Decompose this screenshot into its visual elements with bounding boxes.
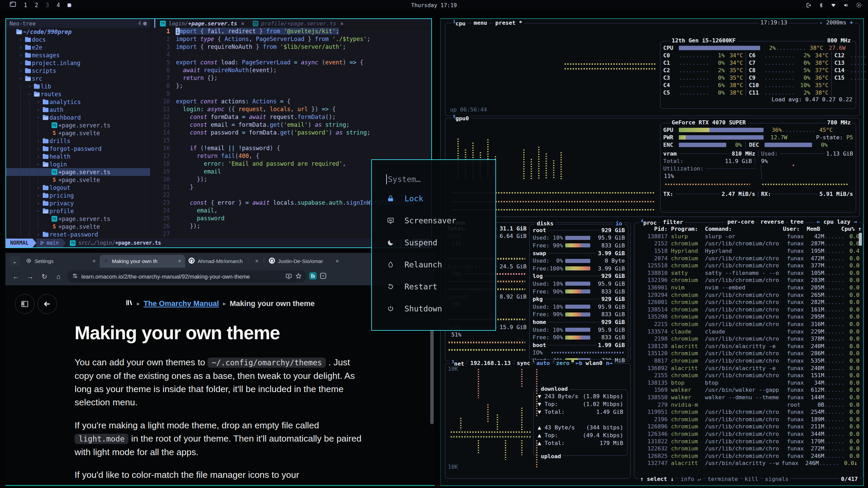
disks-title[interactable]: disks bbox=[535, 220, 555, 227]
proc-row-126896[interactable]: 126896chromium/usr/lib/chromium/chrofuna… bbox=[634, 423, 863, 430]
scrollbar-thumb[interactable] bbox=[430, 329, 434, 424]
proc-row-126346[interactable]: 126346chromium/usr/lib/chromium/chrofuna… bbox=[634, 430, 863, 438]
address-bar[interactable]: learn.omacom.io/2/the-omarchy-manual/92/… bbox=[67, 270, 307, 283]
proc-row-135298[interactable]: 135298chromium/usr/lib/chromium/chrofuna… bbox=[634, 313, 863, 321]
workspace-4[interactable]: 4 bbox=[57, 2, 60, 8]
site-settings-icon[interactable] bbox=[72, 273, 78, 280]
browser-tab-settings[interactable]: Settings× bbox=[22, 255, 100, 268]
tree-item-privacy[interactable]: ›privacy bbox=[6, 199, 150, 207]
net-sync[interactable]: sync bbox=[515, 360, 532, 366]
proc-tree[interactable]: tree bbox=[788, 219, 805, 225]
proc-row-8817[interactable]: 8817chromium/usr/lib/chromium/chrofunax5… bbox=[634, 357, 863, 365]
proc-filter[interactable]: filter bbox=[661, 219, 685, 225]
btop-menu-button[interactable]: menu bbox=[472, 20, 489, 26]
close-icon[interactable]: × bbox=[177, 258, 182, 264]
proc-per-core[interactable]: per-core bbox=[726, 219, 756, 225]
special-workspace-dot[interactable] bbox=[67, 3, 71, 7]
tree-item-docs[interactable]: ›docs bbox=[6, 36, 150, 43]
close-icon[interactable]: × bbox=[92, 258, 96, 264]
gpu-panel-title[interactable]: 5gpu0 bbox=[451, 114, 471, 122]
browser-tab-justin-de-sio-omar[interactable]: Justin-De-Sio/omar× bbox=[265, 255, 343, 268]
proc-row-279[interactable]: 279nvidia-mroot0B.........0.0 bbox=[634, 401, 863, 408]
send-to-device-icon[interactable] bbox=[285, 273, 292, 281]
btop-preset-button[interactable]: preset * bbox=[494, 20, 524, 26]
menu-item-shutdown[interactable]: Shutdown bbox=[386, 301, 442, 316]
tree-item--page-svelte[interactable]: S+page.svelte bbox=[6, 176, 150, 184]
tree-item--page-svelte[interactable]: S+page.svelte bbox=[6, 129, 150, 137]
tree-item-reset-password[interactable]: ›reset-password bbox=[6, 230, 150, 238]
proc-row-133574[interactable]: 133574claudeclaudefunax229M.........0.0 bbox=[634, 328, 863, 335]
back-button[interactable]: ← bbox=[10, 271, 22, 282]
proc-row-138128[interactable]: 138128alacritt/usr/bin/alacritty -efunax… bbox=[634, 343, 863, 350]
tree-item-logout[interactable]: ›logout bbox=[6, 184, 150, 191]
tree-item-messages[interactable]: ›messages bbox=[6, 51, 150, 59]
tab-profile-page-server[interactable]: TS profile/+page.server.ts × bbox=[249, 19, 348, 28]
net-interface[interactable]: ←b wlan0 n→ bbox=[574, 360, 614, 366]
logout-icon[interactable] bbox=[805, 2, 812, 8]
proc-row-2198[interactable]: 2198chromium/usr/lib/chromium/chrofunax3… bbox=[634, 335, 863, 343]
proc-row-138550[interactable]: 138550walkerwalker --dmenu --themefunax1… bbox=[634, 394, 863, 401]
volume-icon[interactable] bbox=[843, 2, 849, 8]
tree-item--page-server-ts[interactable]: TS+page.server.ts bbox=[6, 168, 150, 176]
tree-item-profile[interactable]: ›profile bbox=[6, 207, 150, 215]
bluetooth-icon[interactable] bbox=[818, 2, 824, 8]
tree-item-routes[interactable]: ›routes bbox=[6, 90, 150, 98]
proc-row-132747[interactable]: 132747alacritt/usr/bin/alacritty --wfuna… bbox=[634, 460, 863, 467]
forward-button[interactable]: → bbox=[24, 271, 36, 282]
tree-item-health[interactable]: ›health bbox=[6, 152, 150, 160]
workspace-3[interactable]: 3 bbox=[46, 2, 49, 8]
proc-row-129294[interactable]: 129294chromium/usr/lib/chromium/chrofuna… bbox=[634, 291, 863, 299]
proc-select[interactable]: ↑ select ↓ bbox=[638, 476, 675, 482]
cpu-panel-title[interactable]: 1cpu bbox=[451, 19, 467, 27]
menu-item-lock[interactable]: Lock bbox=[386, 191, 423, 206]
tree-item-login[interactable]: ›login bbox=[6, 160, 150, 168]
proc-row-138135[interactable]: 138135btopbtopfunax34M.........0.0 bbox=[634, 379, 863, 386]
browser-tab-making-your-own-th[interactable]: Making your own th× bbox=[100, 255, 185, 268]
tree-item-project-inlang[interactable]: ›project.inlang bbox=[6, 59, 150, 67]
close-icon[interactable]: × bbox=[335, 258, 339, 264]
wifi-icon[interactable] bbox=[830, 2, 836, 8]
proc-kill[interactable]: kill bbox=[743, 476, 760, 482]
tree-item-dashboard[interactable]: ›dashboard bbox=[6, 114, 150, 121]
tree-item-e2e[interactable]: ›e2e bbox=[6, 43, 150, 51]
extension-icon-2[interactable] bbox=[319, 272, 327, 281]
proc-row-122632[interactable]: 122632chromium/usr/lib/chromium/chrofuna… bbox=[634, 445, 863, 452]
tab-login-page-server[interactable]: TS login/+page.server.ts × bbox=[150, 19, 249, 28]
proc-row-2155[interactable]: 2155chromium/usr/lib/chromium/chrofunax1… bbox=[634, 372, 863, 379]
tree-item--page-svelte[interactable]: S+page.svelte bbox=[6, 223, 150, 230]
proc-row-135120[interactable]: 135120chromium/usr/lib/chromium/chrofuna… bbox=[634, 350, 863, 357]
proc-row-2074[interactable]: 2074chromium/usr/lib/chromium/chrofunax4… bbox=[634, 255, 863, 262]
tree-item--code-990prep[interactable]: ~/code/990prep bbox=[6, 28, 150, 36]
menu-item-relaunch[interactable]: Relaunch bbox=[386, 257, 442, 272]
close-icon[interactable]: × bbox=[255, 258, 259, 264]
menu-item-screensaver[interactable]: Screensaver bbox=[386, 213, 456, 228]
proc-row-125518[interactable]: 125518chromium/usr/lib/chromium/chrofuna… bbox=[634, 262, 863, 269]
reload-button[interactable]: ↻ bbox=[39, 271, 50, 282]
browser-tab-ahmad-mtr-omarch[interactable]: Ahmad-Mtr/omarch× bbox=[185, 255, 262, 268]
proc-row-1518[interactable]: 1518HyprlandHyprlandfunax195M.........0.… bbox=[634, 247, 863, 255]
proc-row-119951[interactable]: 119951chromium/usr/lib/chromium/chrofuna… bbox=[634, 408, 863, 416]
proc-panel-title[interactable]: 4proc bbox=[639, 219, 658, 226]
url-text[interactable]: learn.omacom.io/2/the-omarchy-manual/92/… bbox=[81, 273, 282, 280]
menu-item-restart[interactable]: Restart bbox=[386, 279, 437, 294]
proc-terminate[interactable]: terminate bbox=[706, 476, 739, 482]
tab-search-button[interactable]: ⌄ bbox=[9, 256, 20, 266]
proc-signals[interactable]: signals bbox=[763, 476, 790, 482]
proc-row-2215[interactable]: 2215chromium/usr/lib/chromium/chrofunax3… bbox=[634, 321, 863, 328]
tree-item-src[interactable]: ›src bbox=[6, 75, 150, 82]
tree-item-auth[interactable]: ›auth bbox=[6, 106, 150, 114]
tree-item-scripts[interactable]: ›scripts bbox=[6, 67, 150, 75]
proc-row-136901[interactable]: 136901nvimnvim --embedfunax205M.........… bbox=[634, 284, 863, 291]
breadcrumb-manual-link[interactable]: The Omarchy Manual bbox=[143, 299, 219, 308]
proc-info[interactable]: info ↵ bbox=[679, 476, 703, 482]
proc-reverse[interactable]: reverse bbox=[759, 219, 786, 225]
io-toggle[interactable]: io bbox=[614, 220, 624, 227]
tree-item-forgot-password[interactable]: ›forgot-password bbox=[6, 145, 150, 152]
proc-row-131822[interactable]: 131822chromium/usr/lib/chromium/chrofuna… bbox=[634, 438, 863, 445]
workspace-2[interactable]: 2 bbox=[35, 2, 38, 8]
net-zero[interactable]: zero bbox=[554, 360, 571, 366]
extension-icon[interactable] bbox=[309, 272, 317, 281]
proc-row-138817[interactable]: 138817slurpslurp -orfunax42M.........0.0 bbox=[634, 233, 863, 240]
tree-item--page-server-ts[interactable]: TS+page.server.ts bbox=[6, 215, 150, 223]
proc-row-138514[interactable]: 138514chromium/usr/lib/chromium/chrofuna… bbox=[634, 306, 863, 313]
